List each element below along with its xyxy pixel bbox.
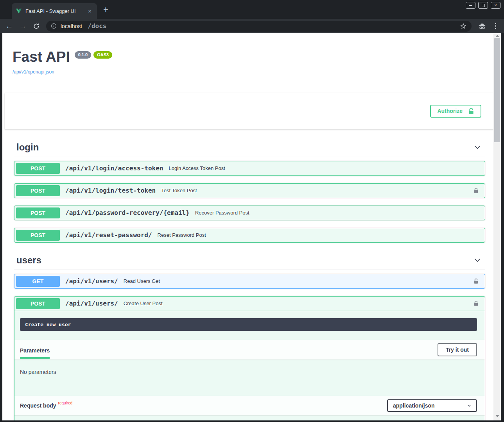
tab-title: Fast API - Swagger UI [25,8,83,14]
scrollbar-thumb[interactable] [494,38,500,142]
endpoint-row[interactable]: GET /api/v1/users/ Read Users Get [14,274,485,289]
url-text: localhost/docs [61,22,106,30]
section-header[interactable]: login [14,137,485,157]
method-badge: POST [16,298,60,309]
scroll-up-arrow-icon[interactable] [495,35,499,37]
lock-icon[interactable] [474,300,479,307]
page-scrollbar[interactable] [493,33,501,420]
maximize-button[interactable] [478,2,488,9]
incognito-icon [478,22,486,30]
swagger-page: Fast API 0.1.0 OAS3 /api/v1/openapi.json… [2,33,501,420]
page-title: Fast API [13,50,70,65]
scheme-container: Authorize [5,93,493,129]
method-badge: POST [16,185,60,196]
parameters-header: Parameters Try it out [14,340,485,359]
chevron-down-icon[interactable] [473,143,482,152]
required-flag: required [58,401,73,405]
new-tab-button[interactable]: + [103,5,108,15]
authorize-button[interactable]: Authorize [430,105,481,118]
lock-icon[interactable] [474,278,479,284]
tab-parameters[interactable]: Parameters [20,341,50,359]
badges: 0.1.0 OAS3 [75,51,112,59]
section-title: users [16,255,41,266]
operation-description: Create new user [20,318,477,331]
section-title: login [16,142,39,153]
endpoint-summary-bar[interactable]: POST /api/v1/password-recovery/{email} R… [14,206,485,220]
endpoint-description: Create User Post [124,300,163,306]
endpoint-path: /api/v1/login/test-token [65,187,156,194]
endpoint-path: /api/v1/login/access-token [65,165,163,172]
endpoint-summary-bar[interactable]: POST /api/v1/login/test-token Test Token… [14,184,485,198]
endpoint-path: /api/v1/users/ [65,277,118,285]
endpoint-path: /api/v1/reset-password/ [65,231,152,239]
chevron-down-icon [466,403,472,408]
method-badge: GET [16,276,60,287]
url-path: /docs [88,22,106,30]
api-section: users GET /api/v1/users/ Read Users Get … [14,250,485,420]
endpoint-summary-bar[interactable]: POST /api/v1/reset-password/ Reset Passw… [14,228,485,242]
operations-list: login POST /api/v1/login/access-token Lo… [2,137,493,420]
endpoint-row[interactable]: POST /api/v1/users/ Create User Post Cre… [14,296,485,420]
tab-strip: Fast API - Swagger UI × + × [0,0,504,19]
minimize-button[interactable] [466,2,475,9]
api-section: login POST /api/v1/login/access-token Lo… [14,137,485,243]
reload-icon[interactable] [33,23,40,30]
operation-body: Create new user Parameters Try it out No… [14,318,485,420]
endpoint-summary-bar[interactable]: GET /api/v1/users/ Read Users Get [14,274,485,288]
method-badge: POST [16,207,60,218]
endpoint-row[interactable]: POST /api/v1/login/test-token Test Token… [14,183,485,198]
openapi-spec-link[interactable]: /api/v1/openapi.json [13,69,54,75]
tab-close-icon[interactable]: × [86,7,93,15]
section-header[interactable]: users [14,250,485,270]
endpoint-path: /api/v1/password-recovery/{email} [65,209,190,216]
request-body-label: Request body [20,402,56,409]
model-example: Example Value Schema { [14,415,485,420]
scroll-down-arrow-icon[interactable] [495,415,499,417]
oas3-badge: OAS3 [93,51,112,59]
site-info-icon[interactable] [51,23,57,29]
media-type-select[interactable]: application/json [387,399,477,412]
lock-icon[interactable] [474,187,479,194]
close-button[interactable]: × [491,2,500,9]
endpoint-row[interactable]: POST /api/v1/reset-password/ Reset Passw… [14,228,485,243]
endpoint-summary-bar[interactable]: POST /api/v1/login/access-token Login Ac… [14,161,485,175]
window-bottom-edge [0,420,504,422]
endpoint-description: Recover Password Post [195,210,249,216]
endpoint-description: Read Users Get [124,278,160,284]
browser-menu-icon[interactable] [493,23,499,29]
request-body-header: Request body required application/json [14,396,485,415]
endpoint-description: Test Token Post [161,188,197,193]
browser-tab[interactable]: Fast API - Swagger UI × [12,3,97,19]
endpoint-description: Reset Password Post [158,232,206,238]
browser-toolbar: ← → localhost/docs [0,19,504,33]
endpoint-description: Login Access Token Post [169,165,225,171]
fastapi-favicon [16,8,22,14]
url-bar[interactable]: localhost/docs [46,21,472,32]
api-info: Fast API 0.1.0 OAS3 /api/v1/openapi.json [2,33,493,75]
authorize-label: Authorize [437,108,463,114]
bookmark-star-icon[interactable] [460,23,467,30]
no-parameters-text: No parameters [14,359,485,387]
endpoint-summary-bar[interactable]: POST /api/v1/users/ Create User Post [14,297,485,311]
method-badge: POST [16,163,60,174]
endpoint-path: /api/v1/users/ [65,300,118,307]
version-badge: 0.1.0 [75,51,91,59]
try-it-out-button[interactable]: Try it out [438,343,477,356]
url-host: localhost [61,23,82,29]
back-icon[interactable]: ← [5,22,13,30]
window-controls: × [466,2,500,9]
unlock-icon [468,107,474,115]
endpoint-row[interactable]: POST /api/v1/login/access-token Login Ac… [14,161,485,176]
method-badge: POST [16,230,60,241]
endpoint-row[interactable]: POST /api/v1/password-recovery/{email} R… [14,206,485,220]
media-type-value: application/json [393,402,435,409]
forward-icon[interactable]: → [19,22,27,30]
browser-window: Fast API - Swagger UI × + × ← → localhos… [0,0,504,422]
chevron-down-icon[interactable] [473,256,482,265]
